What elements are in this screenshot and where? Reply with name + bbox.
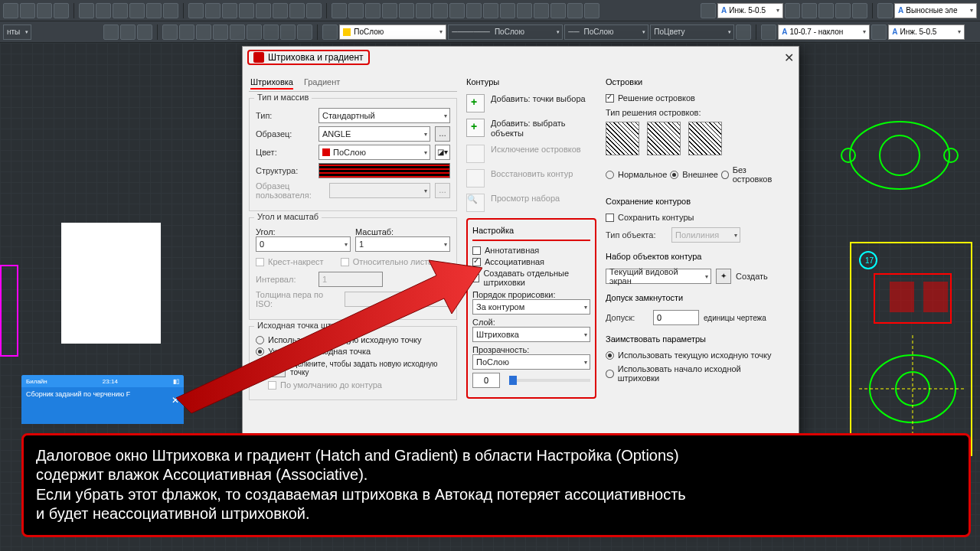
tool-icon[interactable] xyxy=(179,24,194,40)
plotstyle-drop[interactable]: ПоЦвету▾ xyxy=(650,24,734,40)
tool-icon[interactable] xyxy=(239,3,254,18)
pattern-combo[interactable]: ANGLE▾ xyxy=(318,126,430,142)
tool-icon[interactable] xyxy=(162,24,178,40)
tool-icon[interactable] xyxy=(54,3,69,18)
close-icon[interactable]: ✕ xyxy=(784,51,794,65)
tool-icon[interactable] xyxy=(877,3,893,18)
layer-combo[interactable]: Штриховка▾ xyxy=(472,327,590,342)
tool-icon[interactable] xyxy=(818,3,834,18)
leader-style-combo[interactable]: AВыносные эле▾ xyxy=(894,3,977,18)
phone-close-icon[interactable]: ✕ xyxy=(172,395,179,406)
add-pickpoints-button[interactable]: Добавить: точки выбора xyxy=(466,94,596,112)
tool-icon[interactable] xyxy=(567,3,583,18)
tab-gradient[interactable]: Градиент xyxy=(304,77,340,90)
ext-drop[interactable]: нты▾ xyxy=(3,24,31,40)
transparency-input[interactable] xyxy=(472,373,500,388)
tool-icon[interactable] xyxy=(306,3,322,18)
tool-icon[interactable] xyxy=(852,3,867,18)
island-ignore-radio[interactable]: Без островков xyxy=(721,165,780,184)
tool-icon[interactable] xyxy=(188,3,204,18)
dim-style-combo[interactable]: AИнж. 5-0.5▾ xyxy=(717,3,783,18)
island-outer-radio[interactable]: Внешнее xyxy=(670,170,718,179)
inherit-source-radio[interactable]: Использовать начало исходной штриховки xyxy=(606,364,780,383)
boundary-set-combo[interactable]: Текущий видовой экран▾ xyxy=(606,269,711,284)
tool-icon[interactable] xyxy=(280,24,296,40)
tool-icon[interactable] xyxy=(584,3,599,18)
tool-icon[interactable] xyxy=(20,3,35,18)
annotative-check[interactable]: Аннотативная xyxy=(472,246,590,255)
tool-icon[interactable] xyxy=(137,24,152,40)
keep-boundary-check[interactable]: Сохранить контуры xyxy=(606,213,780,222)
tool-icon[interactable] xyxy=(230,24,245,40)
tool-icon[interactable] xyxy=(129,3,145,18)
add-select-button[interactable]: Добавить: выбрать объекты xyxy=(466,119,596,139)
tool-icon[interactable] xyxy=(483,3,498,18)
origin-current-radio[interactable]: Использовать текущую исходную точку xyxy=(256,335,450,344)
island-detection-check[interactable]: Решение островков xyxy=(606,93,780,103)
type-combo[interactable]: Стандартный▾ xyxy=(318,108,450,123)
angle-combo[interactable]: 0▾ xyxy=(256,236,351,252)
tool-icon[interactable] xyxy=(146,3,162,18)
lineweight-drop[interactable]: ──ПоСлою▾ xyxy=(564,24,648,40)
transparency-combo[interactable]: ПоСлою▾ xyxy=(472,354,590,370)
textstyle-combo[interactable]: A10-0.7 - наклон▾ xyxy=(778,24,870,40)
color-combo[interactable]: ПоСлою▾ xyxy=(318,145,430,160)
island-style-normal[interactable] xyxy=(606,122,639,155)
linetype-drop[interactable]: ───────ПоСлою▾ xyxy=(448,24,563,40)
structure-preview[interactable] xyxy=(318,163,450,178)
tablestyle-combo[interactable]: AИнж. 5-0.5▾ xyxy=(888,24,965,40)
tool-icon[interactable] xyxy=(297,24,312,40)
origin-specified-radio[interactable]: Указанная исходная точка xyxy=(256,347,450,356)
tool-icon[interactable] xyxy=(332,3,347,18)
tool-icon[interactable] xyxy=(103,24,119,40)
tool-icon[interactable] xyxy=(247,24,262,40)
tool-icon[interactable] xyxy=(3,3,18,18)
tool-icon[interactable] xyxy=(871,24,887,40)
tool-icon[interactable] xyxy=(449,3,465,18)
tool-icon[interactable] xyxy=(37,3,52,18)
tool-icon[interactable] xyxy=(785,3,800,18)
tool-icon[interactable] xyxy=(113,3,128,18)
pick-origin-button[interactable]: ⌖ xyxy=(268,359,286,377)
tool-icon[interactable] xyxy=(736,24,751,40)
tool-icon[interactable] xyxy=(500,3,515,18)
tool-icon[interactable] xyxy=(256,3,271,18)
tool-icon[interactable] xyxy=(289,3,305,18)
tool-icon[interactable] xyxy=(348,3,364,18)
tool-icon[interactable] xyxy=(163,3,178,18)
gap-input[interactable] xyxy=(653,310,699,325)
tool-icon[interactable] xyxy=(835,3,851,18)
tool-icon[interactable] xyxy=(365,3,381,18)
tool-icon[interactable] xyxy=(79,3,94,18)
tool-icon[interactable] xyxy=(205,3,220,18)
new-boundary-button[interactable]: ✦ xyxy=(716,269,731,284)
tool-icon[interactable] xyxy=(534,3,549,18)
tool-icon[interactable] xyxy=(382,3,397,18)
tool-icon[interactable] xyxy=(213,24,228,40)
tab-hatch[interactable]: Штриховка xyxy=(250,77,293,90)
tool-icon[interactable] xyxy=(96,3,111,18)
tool-icon[interactable] xyxy=(196,24,211,40)
tool-icon[interactable] xyxy=(802,3,817,18)
separate-hatches-check[interactable]: Создавать отдельные штриховки xyxy=(472,269,590,287)
tool-icon[interactable] xyxy=(273,3,288,18)
tool-icon[interactable] xyxy=(263,24,279,40)
tool-icon[interactable] xyxy=(517,3,532,18)
island-style-outer[interactable] xyxy=(647,122,681,155)
scale-combo[interactable]: 1▾ xyxy=(355,236,450,252)
color-swatch-button[interactable]: ◪▾ xyxy=(435,145,450,160)
tool-icon[interactable] xyxy=(399,3,414,18)
associative-check[interactable]: Ассоциативная xyxy=(472,257,590,266)
tool-icon[interactable] xyxy=(761,24,776,40)
island-normal-radio[interactable]: Нормальное xyxy=(606,170,667,179)
transparency-slider[interactable] xyxy=(509,379,590,382)
tool-icon[interactable] xyxy=(433,3,448,18)
tool-icon[interactable] xyxy=(701,3,716,18)
tool-icon[interactable] xyxy=(120,24,136,40)
island-style-ignore[interactable] xyxy=(688,122,722,155)
tool-icon[interactable] xyxy=(466,3,482,18)
inherit-current-radio[interactable]: Использовать текущую исходную точку xyxy=(606,350,780,360)
draworder-combo[interactable]: За контуром▾ xyxy=(472,299,590,315)
color-combo[interactable]: ПоСлою▾ xyxy=(339,24,446,40)
pattern-browse-button[interactable]: … xyxy=(435,126,450,142)
